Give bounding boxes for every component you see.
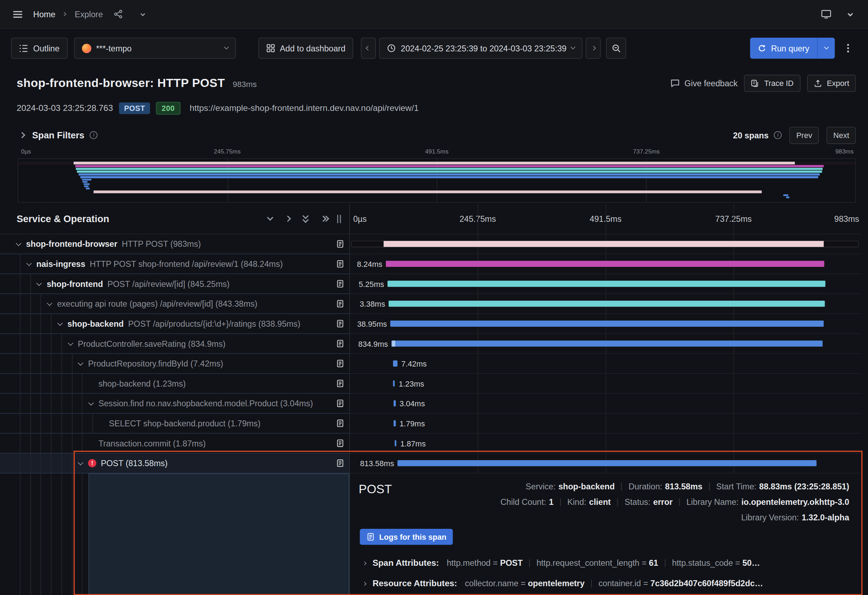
share-icon[interactable] bbox=[109, 5, 127, 23]
row-chevron-down-icon[interactable] bbox=[37, 280, 42, 286]
column-resize-handle[interactable] bbox=[337, 214, 338, 223]
row-chevron-down-icon[interactable] bbox=[26, 260, 32, 266]
log-icon[interactable] bbox=[334, 258, 346, 270]
time-range-picker[interactable]: 2024-02-25 23:25:39 to 2024-03-03 23:25:… bbox=[379, 38, 583, 59]
trace-id-button[interactable]: Trace ID bbox=[744, 75, 800, 92]
add-to-dashboard-button[interactable]: Add to dashboard bbox=[258, 38, 353, 59]
span-bar-cell[interactable]: 834.9ms bbox=[350, 334, 861, 354]
log-icon[interactable] bbox=[334, 317, 346, 330]
attributes-section-label[interactable]: Span Attributes: bbox=[372, 558, 439, 568]
span-name-cell[interactable]: ProductRepository.findById (7.42ms) bbox=[0, 354, 350, 374]
span-bar[interactable] bbox=[394, 440, 396, 446]
span-filters-chevron-icon[interactable] bbox=[19, 132, 25, 138]
attributes-expand-icon[interactable] bbox=[363, 582, 366, 586]
span-name-cell[interactable]: executing api route (pages) /api/review/… bbox=[0, 294, 350, 314]
span-name-cell[interactable]: Session.find no.nav.shopbackend.model.Pr… bbox=[0, 394, 350, 414]
span-bar[interactable] bbox=[393, 400, 396, 406]
collapse-one-icon[interactable] bbox=[267, 214, 273, 221]
span-row[interactable]: shop-frontend-browserHTTP POST (983ms) bbox=[0, 234, 861, 254]
attributes-expand-icon[interactable] bbox=[363, 561, 366, 565]
row-chevron-down-icon[interactable] bbox=[78, 459, 83, 465]
log-icon[interactable] bbox=[334, 357, 346, 370]
row-chevron-down-icon[interactable] bbox=[58, 320, 63, 326]
breadcrumb-home[interactable]: Home bbox=[33, 9, 55, 19]
time-shift-forward-button[interactable] bbox=[586, 38, 601, 59]
span-name-cell[interactable]: Transaction.commit (1.87ms) bbox=[0, 433, 350, 453]
span-bar-cell[interactable]: 7.42ms bbox=[350, 354, 861, 374]
collapse-all-icon[interactable] bbox=[303, 216, 308, 222]
span-bar[interactable] bbox=[388, 301, 825, 307]
span-bar[interactable] bbox=[393, 380, 395, 386]
span-bar-cell[interactable] bbox=[350, 234, 861, 254]
log-icon[interactable] bbox=[334, 278, 346, 290]
row-chevron-down-icon[interactable] bbox=[78, 360, 83, 365]
row-chevron-down-icon[interactable] bbox=[68, 340, 73, 346]
next-span-button[interactable]: Next bbox=[827, 126, 856, 144]
span-bar-cell[interactable]: 5.25ms bbox=[350, 274, 861, 294]
span-bar-cell[interactable]: 813.58ms bbox=[350, 453, 861, 474]
span-bar-cell[interactable]: 8.24ms bbox=[350, 254, 861, 274]
time-shift-back-button[interactable] bbox=[361, 38, 376, 59]
zoom-out-button[interactable] bbox=[607, 38, 627, 59]
span-row[interactable]: Transaction.commit (1.87ms)1.87ms bbox=[0, 433, 861, 453]
span-row[interactable]: ProductController.saveRating (834.9ms)83… bbox=[0, 334, 861, 354]
attributes-section-label[interactable]: Resource Attributes: bbox=[372, 579, 457, 588]
span-bar[interactable] bbox=[351, 241, 859, 247]
log-icon[interactable] bbox=[334, 377, 346, 390]
span-bar[interactable] bbox=[393, 360, 397, 366]
topnav-collapse-chevron-icon[interactable] bbox=[841, 5, 859, 23]
span-bar-cell[interactable]: 1.23ms bbox=[350, 374, 861, 394]
row-chevron-down-icon[interactable] bbox=[89, 400, 94, 406]
datasource-picker[interactable]: ***-tempo bbox=[74, 38, 235, 59]
explore-menu-chevron-icon[interactable] bbox=[134, 5, 151, 23]
export-button[interactable]: Export bbox=[807, 75, 856, 92]
span-bar-cell[interactable]: 1.87ms bbox=[350, 433, 861, 453]
run-query-dropdown-button[interactable] bbox=[817, 38, 834, 59]
minimap-canvas[interactable] bbox=[18, 158, 856, 203]
span-name-cell[interactable]: nais-ingressHTTP POST shop-frontend /api… bbox=[0, 254, 350, 274]
log-icon[interactable] bbox=[334, 417, 346, 430]
span-row[interactable]: SELECT shop-backend.product (1.79ms)1.79… bbox=[0, 414, 861, 434]
log-icon[interactable] bbox=[334, 397, 346, 409]
kiosk-monitor-icon[interactable] bbox=[817, 5, 834, 23]
span-name-cell[interactable]: SELECT shop-backend.product (1.79ms) bbox=[0, 414, 350, 434]
span-name-cell[interactable]: shop-backend (1.23ms) bbox=[0, 374, 350, 394]
span-bar-cell[interactable]: 38.95ms bbox=[350, 314, 861, 334]
span-bar[interactable] bbox=[394, 420, 396, 426]
span-bar[interactable] bbox=[386, 261, 825, 267]
log-icon[interactable] bbox=[334, 238, 346, 250]
span-row[interactable]: !POST (813.58ms)813.58ms bbox=[0, 453, 861, 474]
log-icon[interactable] bbox=[334, 297, 346, 310]
row-chevron-down-icon[interactable] bbox=[47, 300, 52, 306]
outline-button[interactable]: Outline bbox=[11, 38, 67, 59]
give-feedback-button[interactable]: Give feedback bbox=[670, 78, 737, 88]
prev-span-button[interactable]: Prev bbox=[790, 126, 819, 144]
span-name-cell[interactable]: !POST (813.58ms) bbox=[0, 453, 350, 474]
span-name-cell[interactable]: shop-frontendPOST /api/review/[id] (845.… bbox=[0, 274, 350, 294]
mega-menu-toggle-button[interactable] bbox=[9, 5, 27, 23]
span-name-cell[interactable]: shop-frontend-browserHTTP POST (983ms) bbox=[0, 234, 350, 254]
span-bar[interactable] bbox=[390, 321, 824, 327]
span-row[interactable]: shop-backendPOST /api/products/{id:\d+}/… bbox=[0, 314, 861, 334]
span-bar[interactable] bbox=[391, 340, 822, 347]
span-row[interactable]: shop-frontendPOST /api/review/[id] (845.… bbox=[0, 274, 861, 294]
span-bar[interactable] bbox=[388, 281, 825, 286]
log-icon[interactable] bbox=[334, 437, 346, 450]
span-row[interactable]: executing api route (pages) /api/review/… bbox=[0, 294, 861, 314]
span-row[interactable]: Session.find no.nav.shopbackend.model.Pr… bbox=[0, 394, 861, 414]
run-query-button[interactable]: Run query bbox=[750, 38, 817, 59]
span-name-cell[interactable]: ProductController.saveRating (834.9ms) bbox=[0, 334, 350, 354]
span-bar-cell[interactable]: 1.79ms bbox=[350, 414, 861, 434]
logs-for-span-button[interactable]: Logs for this span bbox=[360, 529, 453, 545]
kebab-menu-icon[interactable] bbox=[839, 40, 857, 57]
span-row[interactable]: shop-backend (1.23ms)1.23ms bbox=[0, 374, 861, 394]
row-chevron-down-icon[interactable] bbox=[16, 241, 21, 246]
span-bar[interactable] bbox=[397, 460, 816, 466]
span-bar-cell[interactable]: 3.04ms bbox=[350, 394, 861, 414]
expand-all-icon[interactable] bbox=[321, 217, 328, 221]
span-row[interactable]: ProductRepository.findById (7.42ms)7.42m… bbox=[0, 354, 861, 374]
expand-one-icon[interactable] bbox=[285, 216, 291, 222]
breadcrumb-explore[interactable]: Explore bbox=[75, 9, 103, 19]
span-row[interactable]: nais-ingressHTTP POST shop-frontend /api… bbox=[0, 254, 861, 274]
span-bar-cell[interactable]: 3.38ms bbox=[350, 294, 861, 314]
